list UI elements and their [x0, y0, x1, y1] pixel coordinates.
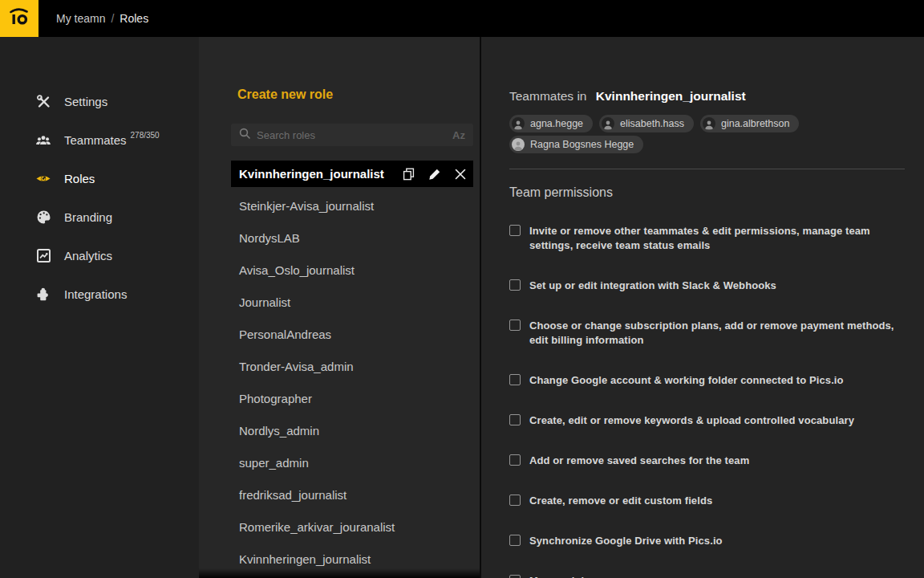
teammate-chip[interactable]: gina.albrethson — [700, 115, 799, 132]
role-row[interactable]: fredriksad_journalist — [199, 478, 480, 511]
role-row[interactable]: Tronder-Avisa_admin — [199, 350, 480, 382]
teammate-chip[interactable]: agna.hegge — [509, 115, 593, 132]
teammate-chips: agna.hegge elisabeth.hass gina.albrethso… — [509, 115, 830, 153]
permission-row: Synchronize Google Drive with Pics.io — [509, 534, 905, 548]
person-icon — [703, 117, 715, 130]
permission-label: Synchronize Google Drive with Pics.io — [529, 534, 723, 548]
role-row[interactable]: Steinkjer-Avisa_journalist — [199, 189, 480, 222]
sidebar-item-label: Analytics — [64, 249, 112, 263]
permission-row: Invite or remove other teammates & edit … — [509, 224, 905, 253]
breadcrumb-separator: / — [111, 12, 114, 25]
sort-az-icon[interactable]: Az — [452, 129, 465, 141]
roles-list-panel: Create new role Az Kvinnheringen_journal… — [199, 37, 480, 578]
detail-role-name: Kvinnheringen_journalist — [596, 89, 746, 103]
sidebar-item-roles[interactable]: Roles — [0, 159, 199, 197]
delete-x-icon[interactable] — [453, 167, 467, 181]
section-divider — [509, 169, 905, 169]
sidebar-item-analytics[interactable]: Analytics — [0, 236, 199, 275]
sidebar-item-label: Teammates — [64, 133, 127, 147]
tools-icon — [35, 93, 51, 109]
teammate-chip[interactable]: Ragna Bogsnes Hegge — [509, 136, 643, 153]
settings-sidebar: Settings Teammates 278/350 — [0, 37, 199, 578]
analytics-icon — [35, 247, 51, 263]
sidebar-item-label: Roles — [64, 172, 95, 185]
role-row[interactable]: Journalist — [199, 286, 480, 318]
role-row[interactable]: NordysLAB — [199, 222, 480, 254]
teammates-icon — [35, 132, 51, 148]
duplicate-icon[interactable] — [402, 167, 415, 181]
role-actions — [402, 167, 467, 181]
sidebar-item-teammates[interactable]: Teammates 278/350 — [0, 120, 199, 159]
sidebar-item-branding[interactable]: Branding — [0, 197, 199, 236]
puzzle-icon — [35, 286, 51, 302]
role-row[interactable]: Avisa_Oslo_journalist — [199, 254, 480, 286]
teammates-in-title: Teammates in Kvinnheringen_journalist — [509, 88, 905, 104]
permission-checkbox[interactable] — [509, 454, 521, 466]
breadcrumb-team[interactable]: My teamn — [56, 12, 105, 25]
person-icon — [512, 117, 525, 130]
picsio-camera-logo-icon — [7, 6, 31, 31]
permission-row: Choose or change subscription plans, add… — [509, 319, 905, 348]
permission-row: Create, edit or remove keywords & upload… — [509, 413, 905, 428]
permission-row: Change Google account & working folder c… — [509, 373, 905, 388]
teammate-chip[interactable]: elisabeth.hass — [599, 115, 694, 132]
permission-row: Create, remove or edit custom fields — [509, 494, 905, 508]
palette-icon — [35, 209, 51, 225]
permissions-list: Invite or remove other teammates & edit … — [509, 224, 905, 578]
role-row-selected[interactable]: Kvinnheringen_journalist — [231, 161, 473, 187]
sidebar-item-integrations[interactable]: Integrations — [0, 275, 199, 313]
search-roles-box[interactable]: Az — [231, 124, 473, 146]
permission-checkbox[interactable] — [509, 414, 521, 425]
permission-checkbox[interactable] — [509, 535, 521, 546]
permission-checkbox[interactable] — [509, 495, 521, 506]
sidebar-item-settings[interactable]: Settings — [0, 82, 199, 120]
edit-pencil-icon[interactable] — [428, 167, 441, 181]
permission-row: Add or remove saved searches for the tea… — [509, 454, 905, 468]
create-new-role-link[interactable]: Create new role — [237, 87, 480, 103]
role-row[interactable]: Nordlys_admin — [199, 414, 480, 446]
avatar — [512, 138, 525, 151]
role-list: Steinkjer-Avisa_journalist NordysLAB Avi… — [199, 189, 480, 575]
role-row[interactable]: Photographer — [199, 382, 480, 414]
eye-icon — [35, 170, 51, 186]
teammate-name: gina.albrethson — [721, 118, 789, 129]
sidebar-item-label: Branding — [64, 210, 112, 224]
permission-checkbox[interactable] — [509, 374, 521, 385]
teammate-name: elisabeth.hass — [620, 118, 684, 129]
permission-label: Create, edit or remove keywords & upload… — [529, 413, 854, 428]
permission-label: Change Google account & working folder c… — [529, 373, 844, 388]
role-detail-panel: Teammates in Kvinnheringen_journalist ag… — [481, 37, 924, 578]
permission-row: Set up or edit integration with Slack & … — [509, 279, 905, 293]
breadcrumb-page: Roles — [120, 12, 148, 25]
permission-label: Choose or change subscription plans, add… — [529, 319, 894, 348]
permission-label: Set up or edit integration with Slack & … — [529, 279, 776, 293]
permission-checkbox[interactable] — [509, 279, 521, 291]
role-row[interactable]: super_admin — [199, 446, 480, 478]
picsio-logo[interactable] — [0, 0, 38, 37]
permission-label: Create, remove or edit custom fields — [529, 494, 712, 508]
person-icon — [602, 117, 614, 130]
permission-checkbox[interactable] — [509, 225, 521, 236]
permission-label: Manage inboxes — [529, 574, 612, 578]
sidebar-item-label: Settings — [64, 95, 107, 108]
permission-checkbox[interactable] — [509, 575, 521, 578]
sidebar-item-label: Integrations — [64, 287, 127, 301]
permission-row: Manage inboxes — [509, 574, 905, 578]
role-row[interactable]: Romerike_arkivar_jouranalist — [199, 511, 480, 543]
search-roles-input[interactable] — [257, 129, 452, 141]
permission-checkbox[interactable] — [509, 320, 521, 331]
team-permissions-title: Team permissions — [509, 185, 905, 200]
search-icon — [239, 128, 250, 142]
breadcrumb: My teamn / Roles — [56, 12, 148, 25]
permission-label: Invite or remove other teammates & edit … — [529, 224, 870, 253]
teammates-in-prefix: Teammates in — [509, 89, 586, 103]
teammate-name: agna.hegge — [530, 118, 583, 129]
top-bar: My teamn / Roles — [0, 0, 924, 37]
teammate-name: Ragna Bogsnes Hegge — [530, 139, 634, 150]
teammates-count-badge: 278/350 — [131, 131, 160, 140]
selected-role-name: Kvinnheringen_journalist — [239, 167, 402, 181]
permission-label: Add or remove saved searches for the tea… — [529, 454, 749, 468]
role-row[interactable]: Kvinnheringen_journalist — [199, 543, 480, 575]
role-row[interactable]: PersonalAndreas — [199, 318, 480, 350]
main-area: Settings Teammates 278/350 — [0, 37, 924, 578]
